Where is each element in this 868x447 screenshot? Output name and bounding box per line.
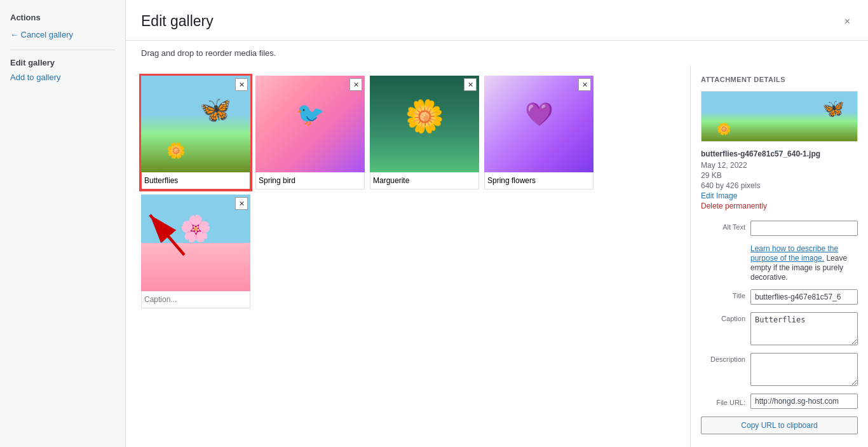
description-row: Description: [701, 353, 858, 386]
marguerite-caption-input[interactable]: [373, 176, 476, 185]
sidebar-divider: [10, 50, 115, 50]
delete-permanently-link[interactable]: Delete permanently: [701, 202, 858, 210]
remove-cherry-button[interactable]: ✕: [235, 197, 248, 210]
spring-bird-caption-input[interactable]: [259, 176, 362, 185]
gallery-item-image-marguerite: ✕: [370, 76, 479, 172]
sidebar: Actions ← Cancel gallery Edit gallery Ad…: [0, 0, 126, 447]
gallery-item-butterflies[interactable]: ✕: [141, 76, 250, 189]
spring-bird-caption: [255, 172, 365, 189]
caption-row: Caption Butterflies: [701, 312, 858, 345]
page-title: Edit gallery: [141, 13, 214, 30]
gallery-item-spring-bird[interactable]: ✕: [255, 76, 365, 189]
title-row: Title: [701, 289, 858, 305]
alt-text-learn-link[interactable]: Learn how to describe the purpose of the…: [750, 244, 838, 263]
butterflies-caption: [141, 172, 250, 189]
remove-butterflies-button[interactable]: ✕: [235, 78, 248, 91]
spring-flowers-image: [484, 76, 593, 172]
alt-text-row: Alt Text: [701, 221, 858, 236]
butterflies-image: [141, 76, 250, 172]
caption-label: Caption: [701, 312, 745, 322]
gallery-item-spring-flowers[interactable]: ✕: [484, 76, 593, 189]
modal: Actions ← Cancel gallery Edit gallery Ad…: [0, 0, 868, 447]
gallery-grid: ✕ ✕: [141, 76, 675, 308]
gallery-item-image-cherry: ✕: [141, 195, 250, 291]
remove-spring-flowers-button[interactable]: ✕: [578, 78, 591, 91]
edit-image-link[interactable]: Edit Image: [701, 191, 858, 200]
edit-gallery-sidebar-title: Edit gallery: [10, 58, 115, 67]
marguerite-image: [370, 76, 479, 172]
drag-hint: Drag and drop to reorder media files.: [126, 41, 868, 65]
gallery-area: ✕ ✕: [126, 65, 868, 447]
gallery-item-image-spring-flowers: ✕: [484, 76, 593, 172]
butterflies-caption-input[interactable]: [144, 176, 247, 185]
file-url-label: File URL:: [701, 396, 745, 406]
cherry-caption-input[interactable]: [144, 295, 247, 304]
remove-marguerite-button[interactable]: ✕: [464, 78, 477, 91]
attachment-dimensions: 640 by 426 pixels: [701, 181, 858, 190]
description-textarea[interactable]: [750, 353, 858, 386]
attachment-panel-title: ATTACHMENT DETAILS: [701, 76, 858, 83]
attachment-thumbnail: [701, 91, 858, 142]
cherry-caption: [141, 291, 250, 308]
spring-flowers-caption-input[interactable]: [487, 176, 590, 185]
file-url-input[interactable]: [750, 394, 858, 409]
title-input[interactable]: [750, 289, 858, 305]
cherry-image: [141, 195, 250, 291]
alt-text-help-text: Learn how to describe the purpose of the…: [750, 244, 847, 282]
close-button[interactable]: ×: [842, 13, 853, 30]
copy-url-button[interactable]: Copy URL to clipboard: [701, 416, 858, 434]
attachment-panel: ATTACHMENT DETAILS butterflies-g467e81c5…: [690, 65, 868, 447]
remove-spring-bird-button[interactable]: ✕: [349, 78, 362, 91]
gallery-item-marguerite[interactable]: ✕: [370, 76, 479, 189]
spring-bird-image: [255, 76, 365, 172]
gallery-grid-container: ✕ ✕: [126, 65, 690, 447]
caption-textarea[interactable]: Butterflies: [750, 312, 858, 345]
main-header: Edit gallery ×: [126, 0, 868, 41]
alt-text-help: Learn how to describe the purpose of the…: [701, 244, 858, 289]
actions-title: Actions: [10, 13, 115, 22]
attachment-size: 29 KB: [701, 171, 858, 180]
file-url-row: File URL:: [701, 394, 858, 409]
alt-text-input[interactable]: [750, 221, 858, 236]
alt-text-label: Alt Text: [701, 221, 745, 231]
description-label: Description: [701, 353, 745, 363]
attachment-date: May 12, 2022: [701, 161, 858, 170]
cancel-gallery-link[interactable]: ← Cancel gallery: [10, 30, 115, 39]
title-label: Title: [701, 289, 745, 299]
add-to-gallery-link[interactable]: Add to gallery: [10, 72, 61, 82]
gallery-item-image-spring-bird: ✕: [255, 76, 365, 172]
main-content: Edit gallery × Drag and drop to reorder …: [126, 0, 868, 447]
marguerite-caption: [370, 172, 479, 189]
gallery-item-image-butterflies: ✕: [141, 76, 250, 172]
spring-flowers-caption: [484, 172, 593, 189]
gallery-item-cherry[interactable]: ✕: [141, 195, 250, 308]
attachment-filename: butterflies-g467e81c57_640-1.jpg: [701, 149, 858, 158]
